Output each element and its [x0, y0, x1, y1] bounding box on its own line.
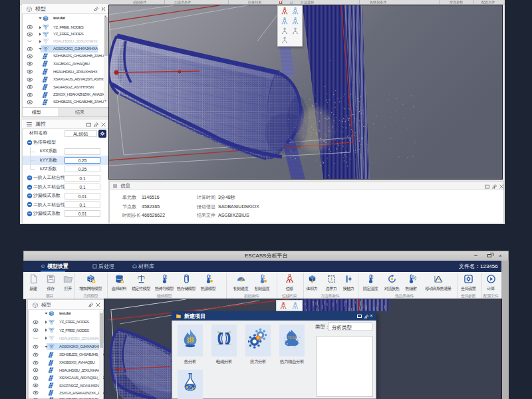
svg-text:TFSI: TFSI	[287, 336, 296, 340]
